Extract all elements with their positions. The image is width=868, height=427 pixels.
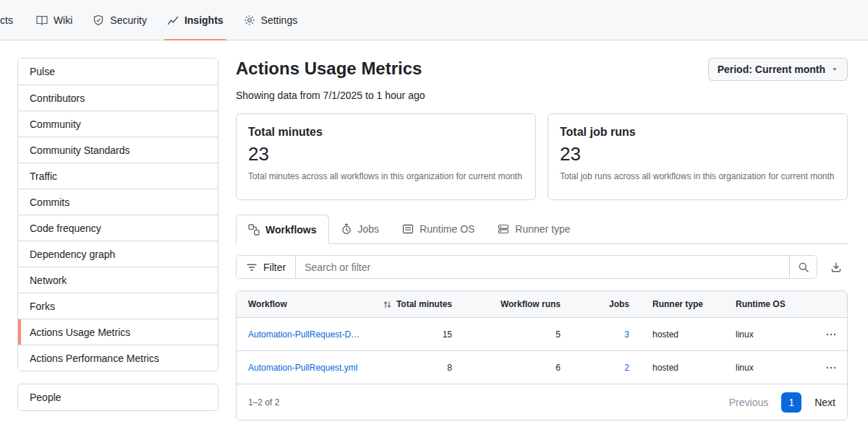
people-sidebar-list: People — [17, 384, 218, 411]
filter-row: Filter — [236, 255, 848, 279]
filter-button-label: Filter — [263, 262, 286, 273]
sidebar-item-code-frequency[interactable]: Code frequency — [18, 215, 218, 241]
tab-label: Workflows — [265, 224, 317, 236]
sidebar-item-commits[interactable]: Commits — [18, 189, 218, 215]
table-header-row: Workflow Total minutes Workflow runs Job… — [237, 291, 847, 318]
workflow-runs-cell: 5 — [464, 329, 572, 340]
tab-runtime-os[interactable]: Runtime OS — [391, 214, 486, 243]
nav-item-label: Wiki — [54, 14, 72, 26]
sidebar-item-pulse[interactable]: Pulse — [18, 59, 218, 85]
total-minutes-cell: 15 — [373, 329, 464, 340]
date-range-text: Showing data from 7/1/2025 to 1 hour ago — [236, 90, 848, 101]
period-dropdown-label: Period: Current month — [718, 64, 825, 75]
sidebar-item-community-standards[interactable]: Community Standards — [18, 137, 218, 163]
nav-item-label: Security — [110, 14, 147, 26]
table-row: Automation-PullRequest-Da… 15 5 3 hosted… — [237, 318, 847, 351]
server-icon — [498, 223, 509, 235]
repo-nav: cts Wiki Security Insights Settings — [0, 0, 868, 40]
page-title: Actions Usage Metrics — [236, 58, 422, 79]
runner-type-cell: hosted — [641, 329, 724, 340]
sidebar-item-actions-usage-metrics[interactable]: Actions Usage Metrics — [18, 319, 218, 345]
column-header-jobs[interactable]: Jobs — [572, 299, 641, 309]
column-header-runner-type[interactable]: Runner type — [641, 299, 724, 309]
workflow-runs-cell: 6 — [464, 363, 572, 373]
workflows-table: Workflow Total minutes Workflow runs Job… — [236, 290, 848, 420]
column-header-label: Total minutes — [396, 299, 452, 309]
sort-icon — [383, 300, 392, 309]
runtime-os-cell: linux — [724, 363, 814, 373]
previous-page-button[interactable]: Previous — [729, 397, 768, 408]
tab-label: Jobs — [358, 223, 380, 235]
kebab-icon — [825, 362, 837, 374]
sidebar-item-traffic[interactable]: Traffic — [18, 163, 218, 189]
card-value: 23 — [560, 143, 835, 165]
nav-item-label: Insights — [184, 14, 224, 26]
card-value: 23 — [248, 143, 524, 165]
row-menu-button[interactable] — [822, 359, 840, 376]
jobs-link[interactable]: 2 — [572, 363, 641, 373]
shield-icon — [93, 14, 104, 26]
total-minutes-card: Total minutes 23 Total minutes across al… — [236, 113, 536, 200]
sidebar-item-network[interactable]: Network — [18, 267, 218, 293]
nav-item-label: cts — [0, 14, 13, 26]
metrics-tabs: Workflows Jobs Runtime OS Runner type — [236, 214, 848, 244]
download-icon — [830, 262, 842, 273]
column-header-runtime-os[interactable]: Runtime OS — [724, 299, 814, 309]
column-header-workflow[interactable]: Workflow — [237, 299, 373, 309]
device-icon — [402, 223, 414, 235]
sidebar-item-contributors[interactable]: Contributors — [18, 85, 218, 111]
graph-icon — [167, 14, 179, 26]
card-description: Total minutes across all workflows in th… — [248, 171, 524, 183]
nav-item-settings[interactable]: Settings — [234, 0, 308, 40]
book-icon — [36, 14, 48, 26]
card-description: Total job runs across all workflows in t… — [560, 171, 835, 183]
filter-button[interactable]: Filter — [237, 256, 296, 278]
pagination: 1–2 of 2 Previous 1 Next — [237, 384, 847, 420]
sidebar-item-forks[interactable]: Forks — [18, 293, 218, 319]
tab-label: Runner type — [515, 223, 570, 235]
main-content: Actions Usage Metrics Period: Current mo… — [236, 58, 848, 420]
nav-item-projects-partial[interactable]: cts — [0, 0, 26, 40]
page-1-button[interactable]: 1 — [781, 392, 801, 413]
metric-cards: Total minutes 23 Total minutes across al… — [236, 113, 848, 200]
pagination-range: 1–2 of 2 — [248, 397, 279, 407]
tab-label: Runtime OS — [420, 223, 475, 235]
search-input[interactable] — [296, 256, 789, 278]
workflow-link[interactable]: Automation-PullRequest.yml — [237, 363, 373, 373]
card-title: Total minutes — [248, 126, 524, 139]
search-button[interactable] — [789, 256, 817, 278]
period-dropdown[interactable]: Period: Current month — [708, 58, 848, 81]
insights-sidebar: Pulse Contributors Community Community S… — [17, 58, 218, 420]
tab-jobs[interactable]: Jobs — [329, 214, 391, 243]
sidebar-item-actions-performance-metrics[interactable]: Actions Performance Metrics — [18, 345, 218, 371]
gear-icon — [244, 14, 255, 26]
sidebar-item-community[interactable]: Community — [18, 111, 218, 137]
sidebar-item-people[interactable]: People — [18, 384, 218, 410]
next-page-button[interactable]: Next — [814, 397, 835, 408]
tab-runner-type[interactable]: Runner type — [486, 214, 582, 243]
tab-workflows[interactable]: Workflows — [236, 215, 329, 244]
nav-item-label: Settings — [261, 14, 298, 26]
runtime-os-cell: linux — [724, 329, 814, 340]
filter-icon — [246, 262, 258, 273]
nav-item-insights[interactable]: Insights — [157, 0, 234, 40]
row-menu-button[interactable] — [822, 326, 840, 343]
sidebar-item-dependency-graph[interactable]: Dependency graph — [18, 241, 218, 267]
column-header-workflow-runs[interactable]: Workflow runs — [464, 299, 572, 309]
workflow-icon — [248, 224, 260, 236]
jobs-link[interactable]: 3 — [572, 329, 641, 340]
table-row: Automation-PullRequest.yml 8 6 2 hosted … — [237, 351, 847, 384]
nav-item-security[interactable]: Security — [82, 0, 157, 40]
kebab-icon — [825, 329, 837, 340]
download-button[interactable] — [825, 256, 848, 279]
runner-type-cell: hosted — [641, 363, 724, 373]
insights-sidebar-list: Pulse Contributors Community Community S… — [17, 58, 218, 371]
workflow-link[interactable]: Automation-PullRequest-Da… — [237, 329, 373, 340]
chevron-down-icon — [831, 66, 838, 73]
search-icon — [798, 262, 809, 273]
page-content: Pulse Contributors Community Community S… — [0, 40, 868, 420]
column-header-total-minutes[interactable]: Total minutes — [373, 299, 464, 309]
card-title: Total job runs — [560, 126, 835, 139]
total-minutes-cell: 8 — [373, 363, 464, 373]
nav-item-wiki[interactable]: Wiki — [26, 0, 82, 40]
